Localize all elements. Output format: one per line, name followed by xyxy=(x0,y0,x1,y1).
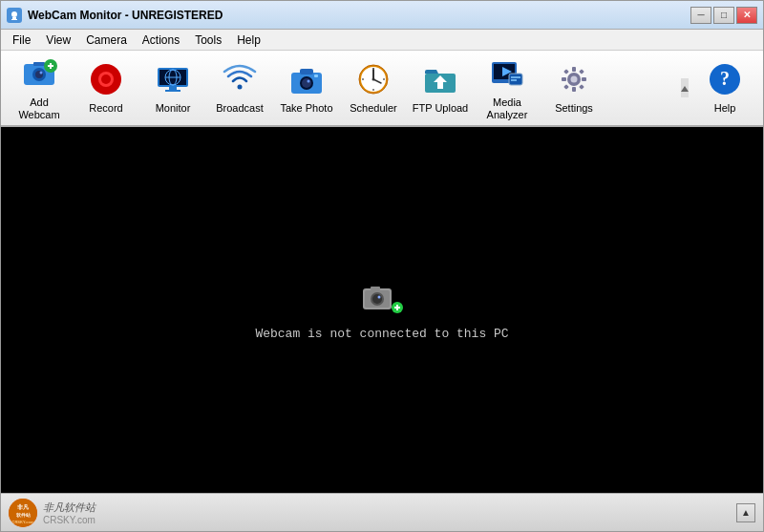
title-bar: WebCam Monitor - UNREGISTERED ─ □ ✕ xyxy=(1,1,763,30)
svg-point-46 xyxy=(571,76,578,83)
svg-point-13 xyxy=(101,74,111,84)
svg-rect-7 xyxy=(33,62,45,66)
menu-help[interactable]: Help xyxy=(229,32,268,49)
watermark-text: 非凡软件站 xyxy=(43,500,96,515)
take-photo-button[interactable]: Take Photo xyxy=(274,54,339,121)
svg-rect-19 xyxy=(169,87,177,90)
help-label: Help xyxy=(714,102,736,115)
take-photo-icon xyxy=(287,60,326,98)
svg-rect-20 xyxy=(165,90,180,92)
menu-view[interactable]: View xyxy=(38,32,78,49)
svg-point-6 xyxy=(40,71,43,74)
monitor-icon xyxy=(154,60,192,98)
menu-tools[interactable]: Tools xyxy=(187,32,229,49)
minimize-button[interactable]: ─ xyxy=(690,7,711,24)
svg-rect-48 xyxy=(572,87,576,92)
settings-label: Settings xyxy=(555,102,593,115)
monitor-label: Monitor xyxy=(156,102,191,115)
svg-text:CRSKY.com: CRSKY.com xyxy=(12,520,34,524)
app-icon xyxy=(7,8,22,23)
svg-rect-54 xyxy=(579,85,584,91)
help-button[interactable]: ? Help xyxy=(692,54,757,121)
window-title: WebCam Monitor - UNREGISTERED xyxy=(28,9,690,22)
svg-rect-1 xyxy=(12,17,16,19)
broadcast-button[interactable]: Broadcast xyxy=(207,54,272,121)
main-content: Webcam is not connected to this PC xyxy=(1,127,763,493)
toolbar-overflow[interactable] xyxy=(679,54,690,121)
svg-point-26 xyxy=(308,80,310,83)
svg-rect-23 xyxy=(300,69,313,74)
scheduler-button[interactable]: Scheduler xyxy=(341,54,406,121)
svg-rect-50 xyxy=(582,77,586,81)
svg-point-62 xyxy=(372,294,382,304)
svg-rect-10 xyxy=(50,63,52,69)
watermark: 非凡 软件站 CRSKY.com 非凡软件站 CRSKY.com xyxy=(9,499,96,527)
scheduler-icon xyxy=(354,60,393,98)
svg-text:非凡: 非凡 xyxy=(17,503,30,510)
svg-rect-27 xyxy=(314,74,318,77)
svg-text:?: ? xyxy=(720,68,730,89)
broadcast-icon xyxy=(221,60,259,98)
add-webcam-label: Add Webcam xyxy=(10,96,69,121)
svg-rect-53 xyxy=(563,85,569,91)
bottom-bar: 非凡 软件站 CRSKY.com 非凡软件站 CRSKY.com ▲ xyxy=(1,493,763,531)
menu-bar: File View Camera Actions Tools Help xyxy=(1,30,763,51)
svg-rect-51 xyxy=(563,70,569,75)
svg-rect-42 xyxy=(509,74,522,85)
svg-point-25 xyxy=(302,78,311,88)
svg-rect-47 xyxy=(572,67,576,72)
scroll-up-button[interactable]: ▲ xyxy=(736,503,755,522)
svg-rect-2 xyxy=(11,19,17,20)
maximize-button[interactable]: □ xyxy=(713,7,734,24)
scheduler-label: Scheduler xyxy=(350,102,397,115)
svg-rect-67 xyxy=(396,305,398,310)
help-icon: ? xyxy=(706,60,744,98)
settings-icon xyxy=(555,60,593,98)
menu-actions[interactable]: Actions xyxy=(135,32,187,49)
ftp-upload-label: FTP Upload xyxy=(413,102,469,115)
svg-point-63 xyxy=(378,296,381,299)
media-analyzer-label: Media Analyzer xyxy=(478,96,537,121)
monitor-button[interactable]: Monitor xyxy=(140,54,205,121)
toolbar: Add Webcam Record xyxy=(1,51,763,127)
media-analyzer-icon xyxy=(488,54,526,93)
svg-point-0 xyxy=(11,11,17,17)
svg-text:软件站: 软件站 xyxy=(15,512,32,518)
svg-rect-52 xyxy=(579,70,584,75)
ftp-upload-button[interactable]: FTP Upload xyxy=(408,54,473,121)
ftp-upload-icon xyxy=(421,60,459,98)
close-button[interactable]: ✕ xyxy=(736,7,757,24)
record-icon xyxy=(87,60,125,98)
svg-point-21 xyxy=(238,85,243,90)
status-message: Webcam is not connected to this PC xyxy=(255,327,508,341)
broadcast-label: Broadcast xyxy=(216,102,264,115)
watermark-sub: CRSKY.com xyxy=(43,515,96,525)
media-analyzer-button[interactable]: Media Analyzer xyxy=(475,54,540,121)
app-window: WebCam Monitor - UNREGISTERED ─ □ ✕ File… xyxy=(0,0,764,532)
window-controls: ─ □ ✕ xyxy=(690,7,757,24)
take-photo-label: Take Photo xyxy=(280,102,332,115)
record-button[interactable]: Record xyxy=(74,54,138,121)
menu-camera[interactable]: Camera xyxy=(78,32,135,49)
svg-rect-49 xyxy=(562,77,566,81)
add-webcam-button[interactable]: Add Webcam xyxy=(7,54,72,121)
watermark-logo: 非凡 软件站 CRSKY.com xyxy=(9,499,37,527)
settings-button[interactable]: Settings xyxy=(541,54,606,121)
menu-file[interactable]: File xyxy=(5,32,38,49)
add-webcam-icon xyxy=(20,54,58,93)
record-label: Record xyxy=(89,102,122,115)
svg-rect-64 xyxy=(371,287,380,290)
webcam-disconnected-icon xyxy=(361,279,403,317)
